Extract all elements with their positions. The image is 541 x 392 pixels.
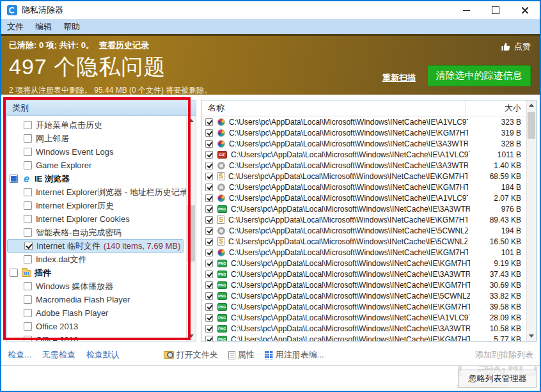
- file-row[interactable]: PNGC:\Users\pc\AppData\Local\Microsoft\W…: [201, 301, 526, 312]
- checkbox[interactable]: [205, 216, 213, 224]
- scrollbar-thumb[interactable]: [528, 112, 535, 139]
- file-row[interactable]: C:\Users\pc\AppData\Local\Microsoft\Wind…: [201, 192, 526, 203]
- scroll-down-icon[interactable]: [187, 331, 196, 341]
- sidebar-item[interactable]: Windows Event Logs: [7, 145, 186, 159]
- file-row[interactable]: SC:\Users\pc\AppData\Local\Microsoft\Win…: [201, 214, 526, 225]
- sidebar-item[interactable]: 开始菜单点击历史: [7, 118, 186, 132]
- file-row[interactable]: PNGC:\Users\pc\AppData\Local\Microsoft\W…: [201, 334, 526, 341]
- sidebar-item[interactable]: Office 2016: [7, 333, 186, 341]
- checkbox[interactable]: [205, 129, 213, 137]
- file-row[interactable]: PNGC:\Users\pc\AppData\Local\Microsoft\W…: [201, 312, 526, 323]
- checkbox[interactable]: [205, 227, 213, 235]
- checkbox[interactable]: [205, 249, 213, 256]
- file-row[interactable]: C:\Users\pc\AppData\Local\Microsoft\Wind…: [201, 127, 526, 138]
- sidebar-item[interactable]: Windows 媒体播放器: [7, 279, 186, 293]
- view-history-link[interactable]: 查看历史记录: [99, 40, 149, 51]
- checkbox[interactable]: [24, 228, 32, 237]
- checkbox[interactable]: [24, 336, 32, 341]
- file-list-scrollbar[interactable]: [526, 100, 536, 341]
- file-row[interactable]: PNGC:\Users\pc\AppData\Local\Microsoft\W…: [201, 203, 526, 214]
- checkbox[interactable]: [24, 148, 32, 156]
- checkbox[interactable]: [205, 140, 213, 148]
- rescan-link[interactable]: 重新扫描: [382, 72, 416, 84]
- file-row[interactable]: SC:\Users\pc\AppData\Local\Microsoft\Win…: [201, 236, 526, 247]
- checkbox[interactable]: [205, 281, 213, 289]
- no-check-link[interactable]: 无需检查: [42, 349, 75, 361]
- close-button[interactable]: [510, 1, 540, 19]
- menu-file[interactable]: 文件: [1, 19, 29, 34]
- file-row[interactable]: PNGC:\Users\pc\AppData\Local\Microsoft\W…: [201, 279, 526, 290]
- checkbox[interactable]: [205, 270, 213, 278]
- checkbox[interactable]: [24, 215, 32, 223]
- sidebar-item[interactable]: Internet Explorer历史: [7, 199, 186, 212]
- checkbox[interactable]: [24, 188, 32, 196]
- file-row[interactable]: C:\Users\pc\AppData\Local\Microsoft\Wind…: [201, 247, 526, 258]
- properties-button[interactable]: 属性: [228, 349, 255, 361]
- scroll-down-icon[interactable]: [527, 331, 536, 341]
- checkbox[interactable]: [24, 134, 32, 143]
- column-name[interactable]: 名称: [201, 100, 466, 116]
- file-row[interactable]: PNGC:\Users\pc\AppData\Local\Microsoft\W…: [201, 290, 526, 301]
- checkbox[interactable]: [10, 269, 18, 277]
- open-folder-button[interactable]: 打开文件夹: [164, 349, 218, 361]
- file-row[interactable]: PNGC:\Users\pc\AppData\Local\Microsoft\W…: [201, 269, 526, 279]
- checkbox[interactable]: [24, 201, 32, 210]
- sidebar-item[interactable]: Adobe Flash Player: [7, 306, 186, 320]
- checkbox[interactable]: [205, 303, 213, 311]
- checkbox[interactable]: [205, 205, 213, 213]
- file-row[interactable]: C:\Users\pc\AppData\Local\Microsoft\Wind…: [201, 138, 526, 149]
- checkbox[interactable]: [24, 161, 32, 169]
- checkbox[interactable]: [205, 325, 213, 333]
- checkbox[interactable]: [205, 238, 213, 246]
- checkbox[interactable]: [205, 314, 213, 322]
- checkbox[interactable]: [205, 162, 213, 169]
- checkbox[interactable]: [10, 175, 18, 183]
- checkbox[interactable]: [24, 309, 32, 317]
- minimize-button[interactable]: [451, 1, 481, 19]
- checkbox[interactable]: [24, 282, 32, 290]
- file-row[interactable]: C:\Users\pc\AppData\Local\Microsoft\Wind…: [201, 182, 526, 192]
- sidebar-item[interactable]: Game Explorer: [7, 159, 186, 172]
- checkbox[interactable]: [205, 336, 213, 341]
- checkbox[interactable]: [205, 194, 213, 202]
- file-row[interactable]: PNGC:\Users\pc\AppData\Local\Microsoft\W…: [201, 323, 526, 334]
- sidebar-item[interactable]: Internet Explorer Cookies: [7, 212, 186, 226]
- sidebar-item[interactable]: 网上邻居: [7, 132, 186, 145]
- like-button[interactable]: 点赞: [501, 41, 531, 52]
- checkbox[interactable]: [24, 242, 33, 250]
- check-default-link[interactable]: 检查默认: [86, 349, 120, 361]
- file-row[interactable]: C:\Users\pc\AppData\Local\Microsoft\Wind…: [201, 116, 526, 127]
- checkbox[interactable]: [24, 255, 32, 263]
- checkbox[interactable]: [205, 118, 213, 126]
- maximize-button[interactable]: [481, 1, 510, 19]
- menu-help[interactable]: 帮助: [58, 19, 86, 34]
- checkbox[interactable]: [205, 292, 213, 300]
- checkbox[interactable]: [24, 322, 32, 331]
- sidebar-scrollbar[interactable]: [186, 116, 196, 341]
- sidebar-item[interactable]: Index.dat文件: [7, 253, 186, 266]
- sidebar-item[interactable]: 插件: [7, 266, 186, 279]
- file-row[interactable]: PNGC:\Users\pc\AppData\Local\Microsoft\W…: [201, 258, 526, 269]
- clean-selected-button[interactable]: 清除选中的踪迹信息: [427, 65, 531, 86]
- file-row[interactable]: C:\Users\pc\AppData\Local\Microsoft\Wind…: [201, 225, 526, 236]
- registry-edit-button[interactable]: 用注册表编...: [265, 349, 324, 361]
- scroll-up-icon[interactable]: [187, 116, 196, 125]
- checkbox[interactable]: [205, 260, 213, 267]
- sidebar-item[interactable]: eIE 浏览器: [7, 172, 186, 185]
- sidebar-item[interactable]: Macromedia Flash Player: [7, 293, 186, 306]
- scroll-up-icon[interactable]: [527, 100, 536, 110]
- check-menu-link[interactable]: 检查...: [8, 349, 31, 361]
- column-size[interactable]: 大小: [466, 100, 526, 116]
- checkbox[interactable]: [24, 121, 32, 129]
- add-to-exclude-label[interactable]: 添加到排除列表: [475, 349, 533, 361]
- menu-edit[interactable]: 编辑: [29, 19, 58, 34]
- file-row[interactable]: GIFC:\Users\pc\AppData\Local\Microsoft\W…: [201, 149, 526, 160]
- sidebar-item[interactable]: Office 2013: [7, 320, 186, 333]
- file-row[interactable]: SC:\Users\pc\AppData\Local\Microsoft\Win…: [201, 171, 526, 182]
- sidebar-item[interactable]: Internet Explorer浏览器 - 地址栏历史记录: [7, 185, 186, 199]
- ignore-list-manager-button[interactable]: 忽略列表管理器: [458, 370, 537, 388]
- file-row[interactable]: C:\Users\pc\AppData\Local\Microsoft\Wind…: [201, 160, 526, 171]
- sidebar-item[interactable]: Internet 临时文件(140 items, 7.69 MB): [7, 239, 184, 253]
- checkbox[interactable]: [205, 184, 213, 191]
- sidebar-item[interactable]: 智能表格-自动完成密码: [7, 226, 186, 239]
